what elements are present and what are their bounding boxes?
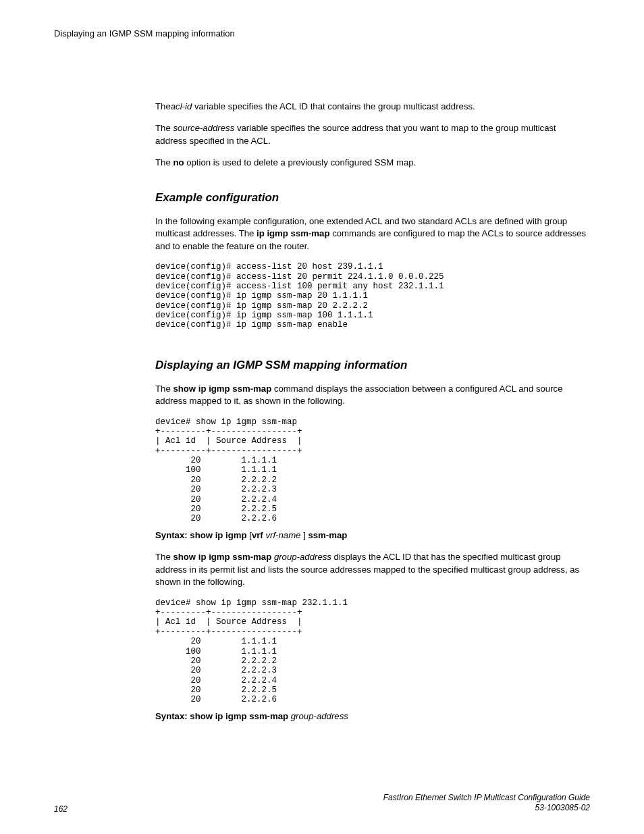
heading-example-configuration: Example configuration [155, 190, 590, 206]
header-title: Displaying an IGMP SSM mapping informati… [54, 28, 235, 38]
code-block-config: device(config)# access-list 20 host 239.… [155, 262, 590, 330]
text: The [155, 157, 173, 167]
bold-cmd: ip igmp ssm-map [257, 228, 329, 238]
page-footer: 162 FastIron Ethernet Switch IP Multicas… [54, 793, 590, 814]
footer-guide-title: FastIron Ethernet Switch IP Multicast Co… [383, 793, 590, 804]
page: Displaying an IGMP SSM mapping informati… [0, 0, 644, 834]
paragraph-show-cmd: The show ip igmp ssm-map command display… [155, 383, 590, 408]
code-block-output-2: device# show ip igmp ssm-map 232.1.1.1 +… [155, 598, 590, 705]
syntax-vrf-name: vrf-name [265, 530, 303, 540]
syntax-bold: Syntax: show ip igmp [155, 530, 249, 540]
text: The [155, 123, 173, 133]
text: option is used to delete a previously co… [184, 157, 417, 167]
text: The [155, 101, 171, 111]
text: variable specifies the ACL ID that conta… [192, 101, 475, 111]
var-acl-id: acl-id [171, 101, 192, 111]
bold-cmd: show ip igmp ssm-map [173, 384, 271, 394]
syntax-var: group-address [291, 711, 348, 721]
paragraph-acl-id: Theacl-id variable specifies the ACL ID … [155, 101, 590, 113]
syntax-ssm-map: ssm-map [308, 530, 347, 540]
var-group-address: group-address [274, 552, 331, 562]
footer-guide: FastIron Ethernet Switch IP Multicast Co… [383, 793, 590, 814]
var-source-address: source-address [173, 123, 234, 133]
code-block-output-1: device# show ip igmp ssm-map +---------+… [155, 417, 590, 524]
heading-displaying-ssm: Displaying an IGMP SSM mapping informati… [155, 357, 590, 373]
footer-doc-number: 53-1003085-02 [383, 803, 590, 814]
text: The [155, 552, 173, 562]
page-number: 162 [54, 804, 68, 814]
syntax-bold: Syntax: show ip igmp ssm-map [155, 711, 291, 721]
paragraph-no-option: The no option is used to delete a previo… [155, 157, 590, 169]
text: The [155, 384, 173, 394]
content-body: Theacl-id variable specifies the ACL ID … [155, 101, 590, 723]
paragraph-group-address: The show ip igmp ssm-map group-address d… [155, 551, 590, 588]
syntax-line-1: Syntax: show ip igmp [vrf vrf-name ] ssm… [155, 529, 590, 542]
page-header: Displaying an IGMP SSM mapping informati… [54, 28, 590, 38]
syntax-vrf: vrf [252, 530, 266, 540]
paragraph-example-intro: In the following example configuration, … [155, 215, 590, 253]
bold-cmd: show ip igmp ssm-map [173, 552, 271, 562]
paragraph-source-address: The source-address variable specifies th… [155, 122, 590, 147]
bold-no: no [173, 157, 184, 167]
syntax-line-2: Syntax: show ip igmp ssm-map group-addre… [155, 710, 590, 723]
